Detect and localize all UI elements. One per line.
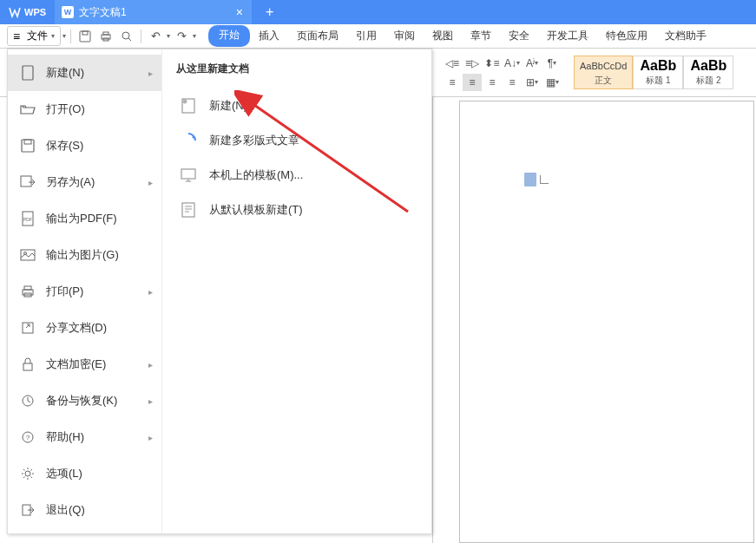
exit-icon xyxy=(20,502,36,518)
submenu-new-colorful[interactable]: 新建多彩版式文章 xyxy=(176,123,417,158)
title-bar: WPS W 文字文稿1 × + xyxy=(0,0,756,24)
menu-print[interactable]: 打印(P) ▸ xyxy=(8,273,161,310)
menu-options[interactable]: 选项(L) xyxy=(8,455,161,492)
page-marker xyxy=(524,173,549,186)
text-tool-icon[interactable]: Aʲ▾ xyxy=(523,55,542,72)
tab-view[interactable]: 视图 xyxy=(424,25,462,47)
svg-text:PDF: PDF xyxy=(23,217,32,222)
menu-help-label: 帮助(H) xyxy=(46,429,84,445)
colorful-icon xyxy=(180,132,197,149)
toolbar: 文件 ▾ ▾ ↶ ▾ ↷ ▾ 开始 插入 页面布局 引用 审阅 视图 章节 安全… xyxy=(0,24,756,49)
backup-icon xyxy=(20,393,36,409)
chevron-right-icon: ▸ xyxy=(148,178,153,187)
tab-page-layout[interactable]: 页面布局 xyxy=(288,25,347,47)
style-h2-preview: AaBb xyxy=(689,58,727,74)
menu-exit[interactable]: 退出(Q) xyxy=(8,492,161,528)
indent-decrease-icon[interactable]: ◁≡ xyxy=(443,55,462,72)
menu-save-as-label: 另存为(A) xyxy=(46,174,95,190)
style-normal-label: 正文 xyxy=(580,75,627,87)
chevron-down-icon: ▾ xyxy=(51,32,55,40)
svg-rect-0 xyxy=(80,31,90,42)
svg-rect-28 xyxy=(181,169,195,179)
sort-icon[interactable]: A↓▾ xyxy=(503,55,522,72)
page-marker-icon xyxy=(524,173,536,186)
menu-open[interactable]: 打开(O) xyxy=(8,91,161,128)
svg-rect-19 xyxy=(23,363,32,370)
align-right-icon[interactable]: ≡ xyxy=(483,74,502,91)
indent-increase-icon[interactable]: ≡▷ xyxy=(463,55,482,72)
tab-assistant[interactable]: 文档助手 xyxy=(656,25,715,47)
redo-icon[interactable]: ↷ xyxy=(172,27,191,46)
menu-encrypt[interactable]: 文档加密(E) ▸ xyxy=(8,346,161,383)
style-normal[interactable]: AaBbCcDd 正文 xyxy=(574,56,633,89)
qat-dropdown-icon[interactable]: ▾ xyxy=(62,32,66,40)
tab-security[interactable]: 安全 xyxy=(500,25,538,47)
tab-special[interactable]: 特色应用 xyxy=(597,25,656,47)
add-tab-icon[interactable]: + xyxy=(266,4,273,20)
align-center-icon[interactable]: ≡ xyxy=(463,74,482,91)
align-left-icon[interactable]: ≡ xyxy=(443,74,462,91)
menu-export-image[interactable]: 输出为图片(G) xyxy=(8,237,161,273)
svg-rect-9 xyxy=(24,140,31,144)
svg-rect-16 xyxy=(24,286,31,290)
style-heading1[interactable]: AaBb 标题 1 xyxy=(633,56,683,89)
document-tab[interactable]: W 文字文稿1 × xyxy=(55,0,252,24)
submenu-local-template[interactable]: 本机上的模板(M)... xyxy=(176,158,417,193)
borders-icon[interactable]: ▦▾ xyxy=(542,74,562,91)
tab-section[interactable]: 章节 xyxy=(462,25,500,47)
tab-start[interactable]: 开始 xyxy=(208,25,250,47)
tab-reference[interactable]: 引用 xyxy=(347,25,385,47)
svg-text:?: ? xyxy=(26,434,30,442)
menu-share[interactable]: 分享文档(D) xyxy=(8,310,161,346)
submenu-colorful-label: 新建多彩版式文章 xyxy=(209,133,299,148)
show-marks-icon[interactable]: ¶▾ xyxy=(542,55,562,72)
menu-help[interactable]: ? 帮助(H) ▸ xyxy=(8,419,161,455)
close-tab-icon[interactable]: × xyxy=(236,5,243,19)
distribute-icon[interactable]: ⊞▾ xyxy=(523,74,542,91)
align-justify-icon[interactable]: ≡ xyxy=(503,74,522,91)
tab-insert[interactable]: 插入 xyxy=(250,25,288,47)
file-button[interactable]: 文件 ▾ xyxy=(7,26,61,46)
menu-save[interactable]: 保存(S) xyxy=(8,128,161,164)
style-heading2[interactable]: AaBb 标题 2 xyxy=(683,56,733,89)
new-blank-icon xyxy=(180,97,197,114)
menu-save-as[interactable]: 另存为(A) ▸ xyxy=(8,164,161,200)
undo-icon[interactable]: ↶ xyxy=(146,27,165,46)
print-preview-icon[interactable] xyxy=(117,27,136,46)
monitor-icon xyxy=(180,167,197,184)
wps-icon xyxy=(9,6,21,18)
style-h1-label: 标题 1 xyxy=(639,75,677,87)
menu-new[interactable]: 新建(N) ▸ xyxy=(8,55,161,91)
tab-review[interactable]: 审阅 xyxy=(385,25,424,47)
menu-export-pdf-label: 输出为PDF(F) xyxy=(46,211,117,226)
svg-point-23 xyxy=(25,471,30,476)
submenu-new-blank[interactable]: 新建(N) xyxy=(176,88,417,123)
save-icon[interactable] xyxy=(76,27,95,46)
menu-backup-label: 备份与恢复(K) xyxy=(46,393,117,409)
chevron-right-icon: ▸ xyxy=(148,360,153,370)
menu-export-pdf[interactable]: PDF 输出为PDF(F) xyxy=(8,200,161,237)
help-icon: ? xyxy=(20,429,36,445)
submenu-new-label: 新建(N) xyxy=(209,98,247,114)
save-as-icon xyxy=(20,174,36,190)
line-spacing-icon[interactable]: ⬍≡ xyxy=(483,55,502,72)
menu-backup[interactable]: 备份与恢复(K) ▸ xyxy=(8,383,161,419)
doc-tab-label: 文字文稿1 xyxy=(79,5,127,20)
ribbon-tabs: 开始 插入 页面布局 引用 审阅 视图 章节 安全 开发工具 特色应用 文档助手 xyxy=(208,25,715,47)
chevron-right-icon: ▸ xyxy=(148,69,153,78)
style-gallery: AaBbCcDd 正文 AaBb 标题 1 AaBb 标题 2 xyxy=(574,56,733,89)
submenu-default-label: 从默认模板新建(T) xyxy=(209,202,303,218)
menu-encrypt-label: 文档加密(E) xyxy=(46,357,106,372)
svg-rect-3 xyxy=(103,32,108,35)
submenu-default-template[interactable]: 从默认模板新建(T) xyxy=(176,193,417,227)
redo-dropdown-icon[interactable]: ▾ xyxy=(193,32,196,40)
menu-share-label: 分享文档(D) xyxy=(46,320,107,336)
svg-rect-8 xyxy=(22,140,34,152)
svg-point-27 xyxy=(193,136,195,139)
wps-logo[interactable]: WPS xyxy=(0,6,55,18)
print-icon[interactable] xyxy=(96,27,115,46)
tab-dev-tools[interactable]: 开发工具 xyxy=(538,25,597,47)
undo-dropdown-icon[interactable]: ▾ xyxy=(167,32,170,40)
document-page[interactable] xyxy=(459,101,754,543)
new-doc-icon xyxy=(20,65,36,81)
